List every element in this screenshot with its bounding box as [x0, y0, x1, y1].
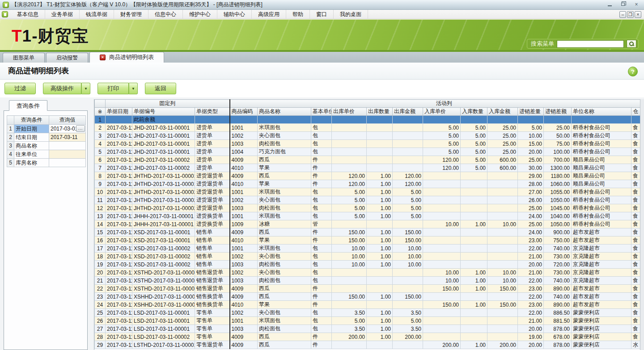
print-dropdown-icon[interactable]: ▼ [129, 83, 138, 94]
grid-column-header-doc[interactable]: 单据编号 [132, 108, 195, 116]
table-row[interactable]: 22017-03-11JHD-2017-03-11-00001进货单1001米琪… [95, 124, 641, 132]
tab-graphic-menu[interactable]: 图形菜单 [3, 53, 45, 63]
grid-column-header-da[interactable]: 进销差额 [544, 108, 572, 116]
table-row[interactable]: 62017-03-11JHD-2017-03-11-00002进货单4009西瓜… [95, 156, 641, 164]
grid-column-header-num[interactable]: ※ [95, 108, 106, 116]
advanced-ops-button[interactable]: 高级操作 [43, 83, 81, 94]
grid-column-header-dq[interactable]: 进销差量 [518, 108, 544, 116]
grid-cell-oa: 5.00 [393, 204, 423, 212]
table-row[interactable]: 292017-03-11LSTHD-2017-03-11-00001零售退货单4… [95, 341, 641, 349]
grid-column-header-ia[interactable]: 入库金额 [487, 108, 518, 116]
grid-cell-doc: JHHH-2017-03-11-00001 [132, 212, 195, 220]
child-restore-icon[interactable]: ❐ [627, 11, 634, 18]
table-row[interactable]: 232017-03-11XSHHD-2017-03-11-00001销售换货单4… [95, 293, 641, 301]
help-button[interactable]: ? [628, 67, 638, 76]
menu-item-business-docs[interactable]: 业务单据 [45, 10, 80, 19]
menu-item-window[interactable]: 窗口 [310, 10, 334, 19]
grid-column-header-ip[interactable]: 入库单价 [423, 108, 461, 116]
table-row[interactable]: 92017-03-11JHTHD-2017-03-11-00001进货退货单40… [95, 180, 641, 188]
filter-button[interactable]: 过滤 [4, 83, 36, 94]
table-row[interactable]: 242017-03-11XSHHD-2017-03-11-00001销售换货单4… [95, 301, 641, 309]
table-row[interactable]: 252017-03-11LSD-2017-03-11-00001零售单1002夹… [95, 309, 641, 317]
table-row[interactable]: 82017-03-11JHTHD-2017-03-11-00001进货退货单40… [95, 172, 641, 180]
table-row[interactable]: 172017-03-11XSD-2017-03-11-00002销售单1001米… [95, 245, 641, 253]
table-row[interactable]: 42017-03-11JHD-2017-03-11-00001进货单1003肉松… [95, 140, 641, 148]
minimize-icon[interactable] [606, 1, 613, 7]
query-condition-cell[interactable]: 商品名称 [14, 142, 49, 150]
table-row[interactable]: 192017-03-11XSD-2017-03-11-00002销售单1003肉… [95, 261, 641, 269]
query-condition-cell[interactable]: 往来单位 [14, 150, 49, 159]
table-row[interactable]: 102017-03-11JHTHD-2017-03-11-00002进货退货单1… [95, 188, 641, 196]
grid-cell-type: 销售单 [195, 261, 230, 269]
table-row[interactable]: 52017-03-11JHD-2017-03-11-00001进货单1004巧克… [95, 148, 641, 156]
menu-item-assist-center[interactable]: 辅助中心 [217, 10, 252, 19]
menu-item-my-desktop[interactable]: 我的桌面 [334, 10, 368, 19]
query-row: 2结束日期2017-03-11 [7, 133, 86, 142]
table-row[interactable]: 222017-03-11XSTHD-2017-03-11-00002销售退货单4… [95, 285, 641, 293]
grid-column-header-iq[interactable]: 入库数量 [461, 108, 487, 116]
grid-cell-doc: JHD-2017-03-11-00001 [132, 148, 195, 156]
grid-cell-oa [393, 269, 423, 277]
search-input[interactable] [557, 40, 624, 48]
query-value-cell[interactable]: 2017-03-11 [49, 133, 86, 142]
query-condition-cell[interactable]: 库房名称 [14, 159, 49, 167]
search-button[interactable] [627, 40, 636, 48]
menu-item-cashflow-docs[interactable]: 钱流单据 [80, 10, 114, 19]
grid-cell-wh: 食 [631, 148, 641, 156]
print-button[interactable]: 打印 [97, 83, 129, 94]
grid-column-header-op[interactable]: 出库单价 [332, 108, 367, 116]
grid-column-header-oq[interactable]: 出库数量 [367, 108, 393, 116]
close-icon[interactable]: × [633, 1, 640, 7]
menu-item-basic-info[interactable]: 基本信息 [11, 10, 45, 19]
date-picker-button[interactable]: ... [76, 125, 85, 132]
menu-item-advanced-apps[interactable]: 高级应用 [252, 10, 286, 19]
query-value-cell[interactable] [49, 159, 86, 167]
query-value-cell[interactable] [49, 142, 86, 150]
menu-item-finance[interactable]: 财务管理 [114, 10, 148, 19]
grid-column-header-wh[interactable]: 仓 [631, 108, 641, 116]
restore-icon[interactable] [620, 1, 626, 7]
query-value-cell[interactable]: 2017-03-01... [49, 125, 86, 133]
query-condition-cell[interactable]: 开始日期 [14, 125, 49, 133]
grid-column-header-name[interactable]: 商品名称 [258, 108, 311, 116]
query-conditions-tab[interactable]: 查询条件 [9, 100, 47, 111]
grid-cell-type: 进货退货单 [195, 172, 230, 180]
menu-item-info-center[interactable]: 信息中心 [148, 10, 183, 19]
table-row[interactable]: 152017-03-11XSD-2017-03-11-00001销售单4009西… [95, 228, 641, 236]
table-row[interactable]: 162017-03-11XSD-2017-03-11-00001销售单4010苹… [95, 236, 641, 245]
child-close-icon[interactable]: × [635, 11, 641, 18]
back-button[interactable]: 返回 [145, 83, 176, 94]
table-row[interactable]: 262017-03-11LSD-2017-03-11-00001零售单1001米… [95, 317, 641, 325]
grid-cell-wh: 食 [631, 261, 641, 269]
grid-column-header-unit[interactable]: 基本单位 [311, 108, 332, 116]
table-row[interactable]: 132017-03-11JHHH-2017-03-11-00001进货换货单10… [95, 212, 641, 220]
child-minimize-icon[interactable]: – [619, 11, 626, 18]
balance-row[interactable]: 1此前余额 [95, 116, 641, 124]
grid-column-header-oa[interactable]: 出库金额 [393, 108, 423, 116]
table-row[interactable]: 202017-03-11XSTHD-2017-03-11-00001销售退货单1… [95, 269, 641, 277]
table-row[interactable]: 182017-03-11XSD-2017-03-11-00002销售单1002夹… [95, 253, 641, 261]
query-condition-cell[interactable]: 结束日期 [14, 133, 49, 142]
grid-column-header-type[interactable]: 单据类型 [195, 108, 230, 116]
grid-column-header-code[interactable]: 商品编码 [230, 108, 258, 116]
table-row[interactable]: 32017-03-11JHD-2017-03-11-00001进货单1002夹心… [95, 132, 641, 140]
vertical-scrollbar[interactable] [640, 99, 644, 350]
table-row[interactable]: 72017-03-11JHD-2017-03-11-00002进货单4010苹果… [95, 164, 641, 172]
menu-item-maintenance[interactable]: 维护中心 [183, 10, 217, 19]
table-row[interactable]: 142017-03-11JHHH-2017-03-11-00001进货换货单10… [95, 220, 641, 228]
table-row[interactable]: 272017-03-11LSD-2017-03-11-00001零售单1003肉… [95, 325, 641, 333]
table-row[interactable]: 112017-03-11JHTHD-2017-03-11-00002进货退货单1… [95, 196, 641, 204]
menu-item-help[interactable]: 帮助 [286, 10, 310, 19]
grid-column-header-comp[interactable]: 单位名称 [572, 108, 631, 116]
grid-cell-ia [487, 236, 518, 245]
tab-detail-report[interactable]: × 商品进销明细列表 [89, 52, 164, 63]
tab-red-close-icon[interactable]: × [100, 55, 106, 60]
table-row[interactable]: 282017-03-11LSD-2017-03-11-00002零售单4009西… [95, 333, 641, 341]
grid-column-header-date[interactable]: 单据日期 [106, 108, 132, 116]
query-value-cell[interactable] [49, 150, 86, 159]
table-row[interactable]: 212017-03-11XSTHD-2017-03-11-00001销售退货单1… [95, 277, 641, 285]
advanced-dropdown-icon[interactable]: ▼ [81, 83, 90, 94]
grid-cell-comp: 超市发超市 [572, 285, 631, 293]
table-row[interactable]: 122017-03-11JHTHD-2017-03-11-00002进货退货单1… [95, 204, 641, 212]
tab-startup-alarm[interactable]: 启动报警 [46, 53, 88, 63]
